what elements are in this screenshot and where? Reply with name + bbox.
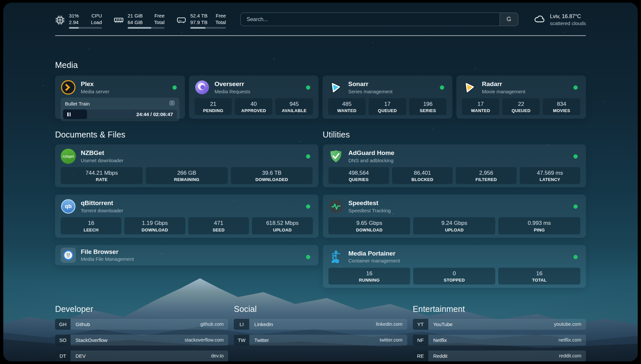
stat-pending: 21 PENDING [195,98,232,115]
bookmark-name: LinkedIn [254,321,273,327]
stat-queries: 498,564 QUERIES [328,167,389,184]
status-dot-online [573,85,578,90]
bookmark-name: DEV [76,353,86,359]
search-provider-button[interactable]: G [500,13,518,26]
service-description: Series management [348,89,392,94]
nzbget-icon: nzbget [61,149,76,164]
service-name: File Browser [81,248,134,256]
bookmark-url: youtube.com [554,321,586,327]
camera-icon [169,100,175,107]
bookmark-url: linkedin.com [376,321,407,327]
cpu-widget: 31% 2.94 CPU Load [55,13,102,29]
bookmark-url: stackoverflow.com [185,337,228,343]
bookmark-twitter[interactable]: TW Twitter twitter.com [234,335,407,346]
top-bar: 31% 2.94 CPU Load [55,3,586,29]
group-title-developer: Developer [55,304,228,314]
dashboard-frame: 31% 2.94 CPU Load [3,3,638,361]
service-card-nzbget[interactable]: nzbget NZBGet Usenet downloader 744.21 M… [55,144,319,187]
group-title-social: Social [234,304,407,314]
disk-total-label: Total [215,19,226,26]
utilities-column: Utilities AdGuard Home [323,119,586,288]
cpu-load-value: 2.94 [69,19,79,26]
service-name: Media Portainer [349,250,400,257]
memory-free-value: 21 GiB [128,13,143,19]
stream-progress-fill [63,109,87,119]
stat-seed: 471 SEED [188,217,249,234]
bookmark-name: Github [76,321,90,327]
cpu-load-label: Load [91,19,102,26]
search-input[interactable] [241,16,500,22]
stat-download: 1.19 Gbps DOWNLOAD [124,217,185,234]
service-name: Sonarr [348,80,392,88]
memory-total-value: 64 GiB [128,19,143,26]
cpu-progress-fill [69,27,79,29]
stat-running: 16 RUNNING [328,268,411,285]
service-card-qbittorrent[interactable]: qb qBittorrent Torrent downloader 16 LEE… [55,195,319,237]
service-description: Torrent downloader [81,208,123,213]
bookmark-abbr: YT [413,319,428,330]
weather-condition: scattered clouds [550,20,586,27]
service-card-filebrowser[interactable]: File Browser Media File Management [55,245,319,265]
stat-filtered: 2,956 FILTERED [456,167,516,184]
plex-now-playing: Bullet Train 24:44 / 02:06:47 [61,98,179,121]
bookmark-reddit[interactable]: RE Reddit reddit.com [413,350,586,361]
weather-widget: Lviv, 16.87°C scattered clouds [534,13,586,27]
bookmark-youtube[interactable]: YT YouTube youtube.com [413,319,586,330]
bookmark-netflix[interactable]: NF Netflix netflix.com [413,335,586,346]
disk-icon [176,15,186,26]
cpu-progress-track [69,27,102,29]
stat-series: 196 SERIES [409,98,447,115]
service-description: Speedtest Tracking [349,208,391,213]
bookmark-abbr: SO [55,335,71,346]
stat-leech: 16 LEECH [61,217,121,234]
status-dot-online [573,255,578,259]
sonarr-icon [328,80,343,95]
bookmark-stackoverflow[interactable]: SO StackOverflow stackoverflow.com [55,335,228,346]
bookmark-linkedin[interactable]: LI LinkedIn linkedin.com [234,319,407,330]
group-title-utilities: Utilities [323,130,586,139]
bookmark-name: YouTube [433,321,453,327]
memory-widget: 21 GiB 64 GiB Free Total [114,13,165,29]
bookmark-url: netflix.com [559,337,586,343]
service-description: Movie management [482,89,526,94]
search-bar: G [240,13,518,26]
bookmark-dev[interactable]: DT DEV dev.to [55,350,228,361]
service-description: Media server [81,89,109,94]
pause-icon [67,112,71,116]
stat-wanted: 17 WANTED [462,98,500,115]
bookmarks-entertainment: Entertainment YT YouTube youtube.com NF … [413,304,586,361]
service-name: Radarr [482,80,526,88]
service-card-overseerr[interactable]: Overseerr Media Requests 21 PENDING 40 A… [189,76,319,119]
service-description: Usenet downloader [81,158,123,163]
qbittorrent-icon: qb [61,199,76,214]
bookmarks-social: Social LI LinkedIn linkedin.com TW Twitt… [234,304,407,361]
stat-downloaded: 39.6 TB DOWNLOADED [231,167,313,184]
group-title-documents: Documents & Files [55,130,319,139]
cpu-usage-value: 31% [69,13,79,19]
stat-rate: 744.21 Mbps RATE [61,167,143,184]
service-card-adguard[interactable]: AdGuard Home DNS and adblocking 498,564 … [323,144,586,187]
service-card-portainer[interactable]: Media Portainer Container management 16 … [323,245,586,288]
status-dot-online [172,85,177,90]
service-card-plex[interactable]: Plex Media server Bullet Train [55,76,185,119]
stat-ping: 0.993 ms PING [498,217,580,234]
disk-widget: 52.4 TB 97.9 TB Free Total [176,13,226,29]
stat-queued: 22 QUEUED [502,98,540,115]
bookmark-name: Netflix [433,337,447,343]
stat-latency: 47.569 ms LATENCY [520,167,580,184]
service-card-radarr[interactable]: Radarr Movie management 17 WANTED 22 QUE… [456,76,586,119]
memory-free-label: Free [154,13,165,19]
status-dot-online [306,255,310,259]
bookmark-abbr: TW [234,335,249,346]
bookmarks-developer: Developer GH Github github.com SO StackO… [55,304,228,361]
bookmark-github[interactable]: GH Github github.com [55,319,228,330]
service-description: DNS and adblocking [349,158,394,163]
group-title-entertainment: Entertainment [413,304,586,314]
disk-progress-track [190,27,226,29]
bookmark-url: twitter.com [380,337,407,343]
stat-blocked: 86,401 BLOCKED [392,167,453,184]
stat-queued: 17 QUEUED [369,98,406,115]
service-card-speedtest[interactable]: Speedtest Speedtest Tracking 9.65 Gbps D… [323,195,586,237]
service-card-sonarr[interactable]: Sonarr Series management 485 WANTED 17 Q… [322,76,452,119]
bookmark-abbr: DT [55,350,71,361]
